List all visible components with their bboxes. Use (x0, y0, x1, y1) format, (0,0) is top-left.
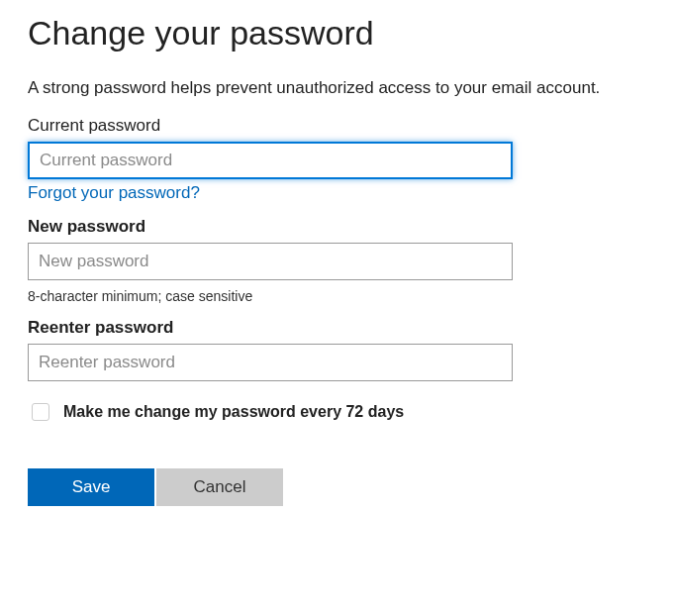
new-password-group: New password 8-character minimum; case s… (28, 217, 645, 304)
forgot-password-link[interactable]: Forgot your password? (28, 183, 200, 203)
new-password-input[interactable] (28, 243, 513, 280)
new-password-label: New password (28, 217, 645, 237)
button-row: Save Cancel (28, 468, 645, 506)
cancel-button[interactable]: Cancel (156, 468, 283, 506)
expire-password-checkbox-label[interactable]: Make me change my password every 72 days (63, 403, 404, 421)
reenter-password-label: Reenter password (28, 318, 645, 338)
save-button[interactable]: Save (28, 468, 154, 506)
expire-password-checkbox-row[interactable]: Make me change my password every 72 days (28, 403, 645, 421)
reenter-password-input[interactable] (28, 344, 513, 381)
description-text: A strong password helps prevent unauthor… (28, 78, 645, 98)
page-title: Change your password (28, 14, 645, 52)
reenter-password-group: Reenter password (28, 318, 645, 381)
new-password-helper: 8-character minimum; case sensitive (28, 288, 645, 304)
current-password-group: Current password Forgot your password? (28, 116, 645, 203)
current-password-input[interactable] (28, 142, 513, 179)
expire-password-checkbox[interactable] (32, 403, 49, 421)
current-password-label: Current password (28, 116, 645, 136)
